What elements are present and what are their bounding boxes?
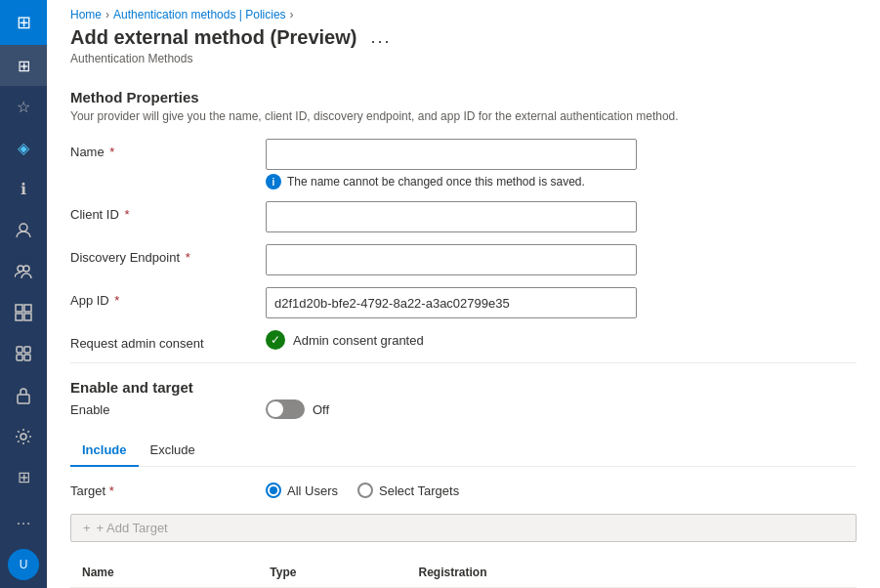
breadcrumb-sep-2: › [290, 8, 294, 21]
table-header-row: Name Type Registration [70, 558, 857, 588]
breadcrumb: Home › Authentication methods | Policies… [47, 0, 880, 21]
name-info-text: The name cannot be changed once this met… [287, 175, 585, 189]
sidebar: ⊞ ⊞ ☆ ◈ ℹ ⊞ … U [0, 0, 47, 588]
page-header: Add external method (Preview) ... [47, 21, 880, 50]
tab-exclude[interactable]: Exclude [139, 435, 207, 467]
sidebar-lock-icon[interactable] [0, 375, 47, 416]
client-id-required: * [124, 207, 129, 222]
col-actions [738, 558, 857, 588]
breadcrumb-sep-1: › [105, 8, 109, 21]
add-target-plus-icon: + [83, 521, 91, 535]
sidebar-azure-icon[interactable]: ◈ [0, 127, 47, 168]
section-divider [70, 362, 857, 363]
app-id-required: * [114, 293, 119, 308]
svg-rect-8 [24, 347, 30, 353]
client-id-row: Client ID * [70, 201, 857, 232]
client-id-input[interactable] [266, 201, 637, 232]
breadcrumb-home[interactable]: Home [70, 8, 102, 21]
consent-label: Request admin consent [70, 330, 266, 351]
sidebar-logo: ⊞ [0, 0, 47, 45]
sidebar-apps-icon[interactable] [0, 292, 47, 333]
method-properties-desc: Your provider will give you the name, cl… [70, 109, 857, 123]
sidebar-star-icon[interactable]: ☆ [0, 86, 47, 127]
add-target-button[interactable]: + + Add Target [70, 514, 857, 542]
consent-text: Admin consent granted [293, 333, 424, 348]
main-content: Home › Authentication methods | Policies… [47, 0, 880, 588]
svg-rect-6 [24, 314, 31, 320]
svg-rect-7 [17, 347, 22, 353]
method-properties-title: Method Properties [70, 89, 857, 105]
sidebar-groups-icon[interactable] [0, 333, 47, 374]
target-label: Target * [70, 483, 266, 498]
name-label: Name * [70, 139, 266, 159]
svg-rect-10 [24, 355, 30, 360]
radio-all-users-circle [266, 483, 281, 498]
consent-row: Request admin consent ✓ Admin consent gr… [70, 330, 857, 351]
ellipsis-button[interactable]: ... [364, 25, 397, 50]
col-registration: Registration [406, 558, 737, 588]
name-info-icon: i [266, 174, 281, 189]
discovery-required: * [186, 250, 190, 265]
radio-all-users[interactable]: All Users [266, 483, 338, 498]
targets-table: Name Type Registration All Users Group O… [70, 558, 857, 588]
radio-select-targets-circle [357, 483, 373, 498]
content-area: Method Properties Your provider will giv… [47, 73, 880, 588]
app-id-field-wrap [266, 287, 857, 318]
svg-point-2 [23, 266, 29, 272]
svg-point-12 [21, 434, 26, 440]
sidebar-people-icon[interactable] [0, 251, 47, 292]
enable-target-title: Enable and target [70, 379, 857, 396]
svg-point-0 [20, 224, 27, 231]
toggle-state-text: Off [313, 402, 329, 417]
ms-logo-icon: ⊞ [17, 12, 31, 33]
svg-rect-3 [16, 305, 22, 312]
svg-rect-4 [24, 305, 31, 312]
app-id-input[interactable] [266, 287, 637, 318]
add-target-label: + Add Target [97, 521, 168, 535]
target-radio-options: All Users Select Targets [266, 483, 459, 498]
svg-rect-11 [18, 395, 29, 403]
app-id-label: App ID * [70, 287, 266, 308]
name-required: * [109, 145, 114, 159]
name-info-msg: i The name cannot be changed once this m… [266, 174, 857, 189]
name-field-wrap: i The name cannot be changed once this m… [266, 139, 857, 189]
consent-field: ✓ Admin consent granted [266, 330, 857, 350]
col-type: Type [258, 558, 406, 588]
name-row: Name * i The name cannot be changed once… [70, 139, 857, 189]
radio-select-targets-label: Select Targets [379, 483, 459, 498]
toggle-wrap: Off [266, 399, 329, 419]
app-id-row: App ID * [70, 287, 857, 318]
target-radio-row: Target * All Users Select Targets [70, 483, 857, 498]
client-id-label: Client ID * [70, 201, 266, 222]
toggle-knob [268, 401, 283, 417]
discovery-endpoint-row: Discovery Endpoint * [70, 244, 857, 275]
radio-all-users-label: All Users [287, 483, 338, 498]
svg-rect-5 [16, 314, 22, 320]
target-required: * [109, 483, 114, 498]
sidebar-settings-icon[interactable] [0, 416, 47, 457]
sidebar-info-icon[interactable]: ℹ [0, 169, 47, 210]
discovery-endpoint-field-wrap [266, 244, 857, 275]
name-input[interactable] [266, 139, 637, 170]
svg-rect-9 [17, 355, 22, 360]
sidebar-user-icon[interactable] [0, 210, 47, 251]
breadcrumb-section[interactable]: Authentication methods | Policies [113, 8, 286, 21]
include-exclude-tabs: Include Exclude [70, 435, 857, 467]
client-id-field-wrap [266, 201, 857, 232]
discovery-endpoint-label: Discovery Endpoint * [70, 244, 266, 265]
sidebar-home-icon[interactable]: ⊞ [0, 45, 47, 86]
sidebar-more-icon[interactable]: … [0, 498, 47, 541]
consent-check-icon: ✓ [266, 330, 285, 350]
svg-point-1 [18, 266, 23, 272]
discovery-endpoint-input[interactable] [266, 244, 637, 275]
enable-row: Enable Off [70, 399, 857, 419]
sidebar-grid-icon[interactable]: ⊞ [0, 457, 47, 498]
sidebar-avatar[interactable]: U [8, 549, 39, 580]
col-name: Name [70, 558, 258, 588]
page-subtitle: Authentication Methods [47, 50, 880, 73]
page-title: Add external method (Preview) [70, 26, 356, 49]
enable-label: Enable [70, 402, 266, 417]
radio-select-targets[interactable]: Select Targets [357, 483, 459, 498]
tab-include[interactable]: Include [70, 435, 139, 467]
enable-toggle[interactable] [266, 399, 305, 419]
